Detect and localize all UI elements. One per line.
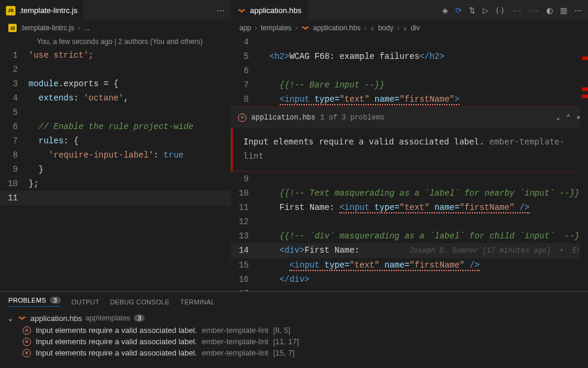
error-icon: ✕ [23, 349, 31, 357]
problems-file-row[interactable]: ⌄ application.hbs app\templates 3 [6, 312, 582, 325]
kite-icon[interactable]: ⟳ [455, 6, 462, 15]
peek-message: Input elements require a valid associate… [243, 137, 489, 146]
tab-title: .template-lintrc.js [19, 6, 77, 15]
js-file-icon: JS [6, 6, 15, 15]
problems-count-badge: 3 [50, 297, 61, 304]
error-icon: ✕ [23, 326, 31, 335]
tab-title: application.hbs [250, 6, 302, 15]
run-icon[interactable]: ▷ [483, 6, 489, 15]
bc-body: body [378, 24, 393, 32]
git-compare-icon[interactable]: ⇅ [469, 6, 476, 15]
tab-bar-right: application.hbs ◈ ⟳ ⇅ ▷ ⟨·⟩ ←◦ ◦→ ◐ ▥ ⋯ [231, 0, 588, 21]
file-problem-count: 3 [134, 314, 145, 322]
problem-source: ember-template-lint [202, 337, 268, 346]
tab-problems[interactable]: PROBLEMS 3 [8, 297, 61, 307]
minimap-error-marker [582, 87, 588, 91]
nav-fwd-icon[interactable]: ◦→ [528, 6, 539, 15]
bc-templates: templates [261, 24, 292, 32]
problem-item[interactable]: ✕ Input elements require a valid associa… [6, 325, 582, 336]
peek-count: 1 of 3 problems [320, 111, 384, 125]
tab-application-hbs[interactable]: application.hbs [231, 0, 308, 21]
problem-message: Input elements require a valid associate… [36, 348, 197, 357]
chevron-down-icon[interactable]: ⌄ [556, 111, 560, 125]
problem-source: ember-template-lint [202, 348, 268, 357]
bc-app: app [239, 24, 251, 32]
more-icon[interactable]: ⋯ [217, 6, 224, 15]
js-file-icon: JS [8, 24, 17, 32]
problem-item[interactable]: ✕ Input elements require a valid associa… [6, 336, 582, 347]
problem-location: [11, 17] [273, 337, 299, 346]
split-editor-icon[interactable]: ▥ [560, 6, 567, 15]
problem-message: Input elements require a valid associate… [36, 326, 197, 335]
peek-filename: application.hbs [251, 111, 315, 125]
more-icon[interactable]: ⋯ [574, 6, 582, 15]
handlebars-file-icon [17, 313, 27, 323]
problems-file-name: application.hbs [30, 314, 82, 323]
chevron-right-icon: › [255, 24, 257, 32]
minimap-error-marker [582, 56, 588, 60]
chevron-right-icon: › [397, 24, 399, 32]
tab-terminal[interactable]: TERMINAL [180, 297, 215, 307]
tab-debug-console[interactable]: DEBUG CONSOLE [110, 297, 170, 307]
tab-output[interactable]: OUTPUT [71, 297, 99, 307]
problem-item[interactable]: ✕ Input elements require a valid associa… [6, 347, 582, 358]
chevron-right-icon: › [78, 24, 80, 32]
tab-bar-left: JS .template-lintrc.js ⋯ [0, 0, 230, 21]
minimap-error-marker [582, 95, 588, 98]
breadcrumb-more: ... [84, 24, 90, 32]
error-icon: ✕ [238, 114, 246, 122]
problems-peek: ✕ application.hbs 1 of 3 problems ⌄ ⌃ ✕ … [231, 106, 588, 172]
problem-location: [8, 5] [273, 326, 290, 335]
tab-actions-right: ◈ ⟳ ⇅ ▷ ⟨·⟩ ←◦ ◦→ ◐ ▥ ⋯ [442, 6, 588, 15]
panel-tabs: PROBLEMS 3 OUTPUT DEBUG CONSOLE TERMINAL [0, 292, 588, 309]
git-blame-codelens[interactable]: You, a few seconds ago | 2 authors (You … [0, 35, 230, 48]
editor-pane-left: JS .template-lintrc.js ⋯ JS .template-li… [0, 0, 231, 291]
bc-file: application.hbs [313, 24, 361, 32]
error-icon: ✕ [23, 338, 31, 346]
handlebars-file-icon [301, 24, 309, 32]
chevron-right-icon: › [295, 24, 298, 32]
problem-source: ember-template-lint [202, 326, 268, 335]
problem-location: [15, 7] [273, 348, 295, 357]
timeline-icon[interactable]: ◐ [546, 6, 553, 15]
problem-message: Input elements require a valid associate… [36, 337, 197, 346]
editor-left[interactable]: 1'use strict'; 2 3module.exports = { 4 e… [0, 48, 230, 291]
problems-list: ⌄ application.hbs app\templates 3 ✕ Inpu… [0, 309, 588, 361]
nav-back-icon[interactable]: ←◦ [511, 6, 522, 15]
bc-div: div [411, 24, 420, 32]
bottom-panel: PROBLEMS 3 OUTPUT DEBUG CONSOLE TERMINAL… [0, 291, 588, 368]
chevron-down-icon: ⌄ [7, 314, 14, 323]
problems-file-path: app\templates [86, 314, 130, 322]
breadcrumb-left[interactable]: JS .template-lintrc.js › ... [0, 21, 230, 35]
symbol-body-icon: ⬨ [370, 24, 374, 32]
breadcrumb-file: .template-lintrc.js [20, 24, 74, 32]
git-blame-inline: Joseph D. Sumner [17 minutes ago] • Enab… [409, 247, 588, 255]
tab-template-lintrc[interactable]: JS .template-lintrc.js [0, 0, 84, 21]
editor-right[interactable]: 4 5 <h2>WCAG F68: example failures</h2> … [231, 35, 588, 291]
tab-actions-left: ⋯ [217, 6, 230, 15]
chevron-up-icon[interactable]: ⌃ [567, 111, 571, 125]
handlebars-file-icon [237, 6, 246, 15]
split-icon[interactable]: ⟨·⟩ [496, 6, 504, 15]
minimap[interactable] [580, 35, 588, 291]
editor-pane-right: application.hbs ◈ ⟳ ⇅ ▷ ⟨·⟩ ←◦ ◦→ ◐ ▥ ⋯ … [231, 0, 588, 291]
copilot-icon[interactable]: ◈ [442, 6, 448, 15]
chevron-right-icon: › [364, 24, 367, 32]
symbol-div-icon: ⬨ [403, 24, 407, 32]
breadcrumb-right[interactable]: app › templates › application.hbs › ⬨ bo… [231, 21, 588, 35]
